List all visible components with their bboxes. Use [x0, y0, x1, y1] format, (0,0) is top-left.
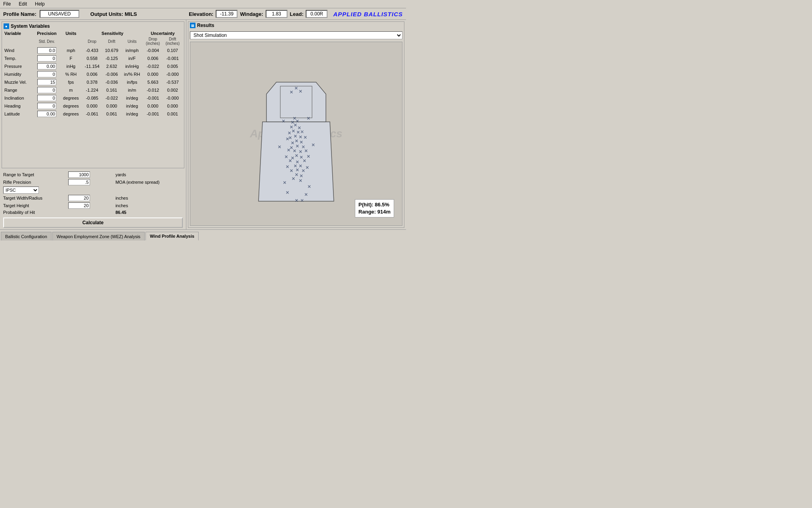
var-unc-drop: 0.000 — [143, 70, 163, 78]
results-title: ▤ Results — [188, 22, 404, 29]
target-height-label: Target Height — [3, 203, 66, 208]
target-width-units: inches — [115, 196, 183, 200]
var-value-cell — [33, 102, 60, 110]
target-height-input[interactable] — [68, 202, 90, 209]
var-value-input[interactable] — [37, 63, 56, 69]
target-width-input[interactable] — [68, 195, 90, 201]
var-drift: -0.036 — [102, 78, 121, 86]
col-units: Units — [60, 31, 82, 36]
var-value-input[interactable] — [37, 87, 56, 93]
var-name: Wind — [4, 46, 33, 54]
lead-label: Lead: — [290, 11, 304, 17]
var-drop: 0.006 — [82, 70, 102, 78]
results-icon: ▤ — [190, 23, 195, 28]
menu-help[interactable]: Help — [33, 1, 46, 7]
var-unc-drop: -0.012 — [143, 86, 163, 94]
var-value-input[interactable] — [37, 55, 56, 62]
var-drop: 0.378 — [82, 78, 102, 86]
menu-edit[interactable]: Edit — [17, 1, 29, 7]
var-name: Latitude — [4, 110, 33, 118]
lead-input[interactable] — [306, 10, 327, 18]
target-width-label: Target Width/Radius — [3, 196, 66, 200]
profile-name-input[interactable] — [40, 10, 79, 18]
var-value-input[interactable] — [37, 111, 56, 117]
var-drop: 0.558 — [82, 54, 102, 62]
rifle-precision-input[interactable] — [68, 179, 90, 185]
var-units: degrees — [60, 102, 82, 110]
profile-name-label: Profile Name: — [3, 11, 36, 17]
var-unc-drift: -0.537 — [163, 78, 182, 86]
table-row: Latitude degrees -0.061 0.061 in/deg -0.… — [4, 110, 182, 118]
subhdr-drift-in: Drift(inches) — [163, 36, 182, 46]
calculate-button[interactable]: Calculate — [3, 217, 183, 228]
results-group: ▤ Results Shot Simulation Applied Ballis… — [188, 21, 404, 228]
phit-box: P(hit): 86.5% Range: 914m — [355, 199, 394, 217]
target-type-row: IPSC — [3, 187, 113, 194]
probability-value: 86.45 — [115, 210, 183, 215]
tab-ballistic-config[interactable]: Ballistic Configuration — [1, 232, 52, 241]
col-sensitivity: Sensitivity — [82, 31, 143, 36]
var-unc-drift: -0.000 — [163, 94, 182, 102]
system-variables-icon: ■ — [4, 23, 9, 29]
var-name: Heading — [4, 102, 33, 110]
tab-wez-analysis[interactable]: Weapon Employment Zone (WEZ) Analysis — [52, 232, 145, 241]
var-drop: -0.433 — [82, 46, 102, 54]
probability-label: Probability of Hit — [3, 210, 66, 215]
var-units: F — [60, 54, 82, 62]
var-units: mph — [60, 46, 82, 54]
elevation-label: Elevation: — [189, 11, 213, 17]
var-units: % RH — [60, 70, 82, 78]
range-to-target-units: yards — [115, 172, 183, 177]
var-drift: 10.679 — [102, 46, 121, 54]
table-row: Temp. F 0.558 -0.125 in/F 0.006 -0.001 — [4, 54, 182, 62]
results-dropdown[interactable]: Shot Simulation — [190, 31, 402, 39]
var-value-input[interactable] — [37, 47, 56, 54]
system-variables-label: System Variables — [11, 23, 50, 29]
elevation-input[interactable] — [216, 10, 237, 18]
system-variables-group: ■ System Variables Variable Precision Un… — [2, 21, 184, 168]
var-sens-units: in/deg — [121, 94, 143, 102]
rifle-precision-units: MOA (extreme spread) — [115, 180, 183, 185]
target-height-units: inches — [115, 203, 183, 208]
var-name: Pressure — [4, 62, 33, 70]
var-units: degrees — [60, 94, 82, 102]
var-name: Muzzle Vel. — [4, 78, 33, 86]
system-variables-title: ■ System Variables — [4, 23, 182, 29]
var-units: m — [60, 86, 82, 94]
var-drift: 0.061 — [102, 110, 121, 118]
var-unc-drift: 0.107 — [163, 46, 182, 54]
var-value-cell — [33, 54, 60, 62]
var-unc-drift: -0.000 — [163, 70, 182, 78]
var-units: fps — [60, 78, 82, 86]
var-unc-drop: -0.001 — [143, 94, 163, 102]
var-sens-units: in/inHg — [121, 62, 143, 70]
range-to-target-input[interactable] — [68, 171, 90, 178]
var-value-input[interactable] — [37, 103, 56, 109]
table-row: Heading degrees 0.000 0.000 in/deg 0.000… — [4, 102, 182, 110]
var-units: degrees — [60, 110, 82, 118]
tab-wind-profile-label: Wind Profile Analysis — [150, 234, 194, 239]
right-panel: ▤ Results Shot Simulation Applied Ballis… — [186, 20, 406, 229]
var-value-input[interactable] — [37, 95, 56, 101]
windage-input[interactable] — [266, 10, 287, 18]
var-value-cell — [33, 94, 60, 102]
tab-wind-profile[interactable]: Wind Profile Analysis — [146, 232, 199, 241]
var-name: Inclination — [4, 94, 33, 102]
header: Profile Name: Output Units: MILS Elevati… — [0, 8, 406, 20]
var-value-input[interactable] — [37, 71, 56, 77]
tab-bar: Ballistic Configuration Weapon Employmen… — [0, 229, 406, 241]
target-type-select[interactable]: IPSC — [3, 187, 39, 194]
menu-file[interactable]: File — [2, 1, 12, 7]
var-unc-drop: 0.000 — [143, 102, 163, 110]
output-units: Output Units: MILS — [90, 11, 137, 17]
var-name: Range — [4, 86, 33, 94]
var-units: inHg — [60, 62, 82, 70]
var-sens-units: in/% RH — [121, 70, 143, 78]
range-to-target-label: Range to Target — [3, 172, 66, 177]
var-unc-drop: 5.663 — [143, 78, 163, 86]
range-value: Range: 914m — [358, 208, 391, 216]
var-sens-units: in/fps — [121, 78, 143, 86]
var-value-input[interactable] — [37, 79, 56, 85]
menu-bar: File Edit Help — [0, 0, 406, 8]
main-content: ■ System Variables Variable Precision Un… — [0, 20, 406, 229]
